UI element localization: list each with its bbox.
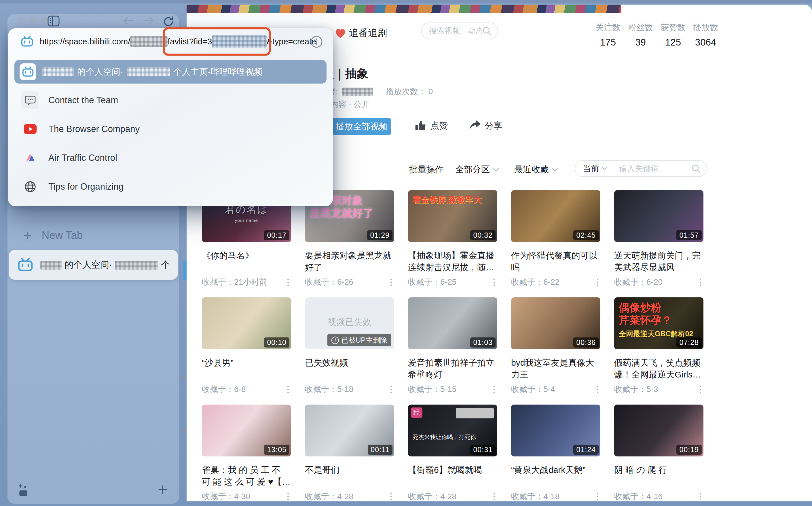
more-menu-icon[interactable] xyxy=(388,492,394,501)
video-card[interactable]: 偶像炒粉芹菜怀孕？全网最逆天GBC解析02 07:28 假药满天飞，笑点频频爆！… xyxy=(614,298,703,393)
keyword-search-group: 当前 xyxy=(575,160,707,177)
video-title[interactable]: “沙县男” xyxy=(202,357,291,381)
more-menu-icon[interactable] xyxy=(285,385,291,394)
video-title[interactable]: 【抽象现场】霍金直播连续射击汉尼拔，随后直播间被封 xyxy=(408,250,497,274)
like-button[interactable]: 点赞 xyxy=(414,119,448,132)
video-thumbnail[interactable]: 视频已失效 i 已被UP主删除 xyxy=(305,298,394,349)
video-title[interactable]: “黄泉大战dark天鹅” xyxy=(511,464,600,488)
share-button[interactable]: 分享 xyxy=(469,119,502,132)
heart-icon xyxy=(334,28,346,38)
video-thumbnail[interactable]: 偶像炒粉芹菜怀孕？全网最逆天GBC解析02 07:28 xyxy=(614,298,703,349)
video-title[interactable]: 爱音拍素世拍祥子拍立希壁咚灯 xyxy=(408,357,497,381)
more-menu-icon[interactable] xyxy=(594,277,600,287)
video-duration-badge: 00:11 xyxy=(368,445,393,455)
search-icon[interactable] xyxy=(482,26,492,36)
video-title[interactable]: 雀巢：我 的 员 工 不 可 能 这 么 可 爱 ♥【二次元爆改 xyxy=(202,464,291,488)
video-thumbnail[interactable]: 01:03 xyxy=(408,298,497,349)
more-menu-icon[interactable] xyxy=(491,277,497,287)
search-icon[interactable] xyxy=(691,164,701,173)
stat-following[interactable]: 关注数 175 xyxy=(596,22,620,48)
sidebar-toggle-icon[interactable] xyxy=(47,15,60,26)
video-card[interactable]: 00:10 “沙县男” 收藏于：6-8 xyxy=(202,298,291,393)
suggestion-contact-team[interactable]: Contact the Team xyxy=(8,86,333,115)
saved-date: 收藏于：5-15 xyxy=(408,384,456,395)
new-tab-button[interactable]: + New Tab xyxy=(23,229,83,242)
video-thumbnail[interactable]: 01:57 xyxy=(614,190,703,242)
more-menu-icon[interactable] xyxy=(697,492,703,501)
video-title[interactable]: 不是哥们 xyxy=(305,464,394,488)
info-icon[interactable] xyxy=(310,35,323,49)
video-thumbnail[interactable]: 00:11 xyxy=(305,405,394,456)
video-thumbnail[interactable]: 霍金铁脖,致敬牢大 00:32 xyxy=(408,190,497,242)
stat-followers[interactable]: 粉丝数 39 xyxy=(628,22,653,48)
video-title[interactable]: 阴 暗 の 爬 行 xyxy=(614,464,703,488)
suggestion-air-traffic-control[interactable]: Air Traffic Control xyxy=(8,144,333,172)
nav-bangumi[interactable]: 追番追剧 xyxy=(334,26,387,39)
suggestion-browser-company[interactable]: The Browser Company xyxy=(8,115,333,144)
video-thumbnail[interactable]: 02:45 xyxy=(511,190,600,242)
keyword-input[interactable] xyxy=(613,164,691,173)
more-menu-icon[interactable] xyxy=(594,492,600,501)
video-title[interactable]: byd我这室友是真像大力王 xyxy=(511,357,600,381)
more-menu-icon[interactable] xyxy=(285,277,291,287)
active-tab[interactable]: 的个人空间·个人… xyxy=(9,250,178,280)
more-menu-icon[interactable] xyxy=(388,277,394,287)
video-thumbnail[interactable]: 经死杰米我让你喝，打死你 00:31 xyxy=(408,405,497,456)
window-close-button[interactable] xyxy=(18,17,26,24)
video-card[interactable]: 02:45 作为怪猎代餐真的可以吗 收藏于：6-22 xyxy=(511,190,600,285)
suggestion-selected[interactable]: 的个人空间·个人主页-哔哩哔哩视频 xyxy=(14,60,326,84)
library-icon[interactable] xyxy=(16,484,30,498)
video-thumbnail[interactable]: 00:36 xyxy=(511,298,600,349)
more-menu-icon[interactable] xyxy=(697,385,703,394)
video-thumbnail[interactable]: 00:19 xyxy=(614,405,703,456)
video-title[interactable]: 假药满天飞，笑点频频爆！全网最逆天Girls Band Cry解析 xyxy=(614,357,703,381)
video-title[interactable]: 《你的马名》 xyxy=(202,250,291,274)
video-card[interactable]: 01:03 爱音拍素世拍祥子拍立希壁咚灯 收藏于：5-15 xyxy=(408,298,497,393)
search-scope-dropdown[interactable]: 当前 xyxy=(575,163,613,174)
browser-company-icon xyxy=(21,120,39,138)
video-thumbnail[interactable]: 00:10 xyxy=(202,298,291,349)
url-text[interactable]: https://space.bilibili.com/favlist?fid=3… xyxy=(40,35,316,48)
suggestion-tips-organizing[interactable]: Tips for Organizing xyxy=(8,172,333,201)
saved-date: 收藏于：5-3 xyxy=(614,384,658,395)
video-card[interactable]: 霍金铁脖,致敬牢大 00:32 【抽象现场】霍金直播连续射击汉尼拔，随后直播间被… xyxy=(408,190,497,285)
window-minimize-button[interactable] xyxy=(29,17,36,24)
video-card[interactable]: 00:11 不是哥们 收藏于：4-28 xyxy=(305,405,394,500)
video-card[interactable]: 01:24 “黄泉大战dark天鹅” 收藏于：4-18 xyxy=(511,405,600,500)
category-dropdown[interactable]: 全部分区 xyxy=(455,164,500,175)
chevron-down-icon xyxy=(601,167,608,171)
video-title[interactable]: 作为怪猎代餐真的可以吗 xyxy=(511,250,600,274)
space-search-box[interactable] xyxy=(421,22,498,39)
video-card[interactable]: 00:19 阴 暗 の 爬 行 收藏于：4-16 xyxy=(614,405,703,500)
video-thumbnail[interactable]: 13:05 xyxy=(202,405,291,456)
space-search-input[interactable] xyxy=(429,26,482,35)
window-zoom-button[interactable] xyxy=(40,17,48,24)
new-item-plus-button[interactable]: + xyxy=(158,480,168,499)
video-card[interactable]: 经死杰米我让你喝，打死你 00:31 【街霸6】就喝就喝 收藏于：4-28 xyxy=(408,405,497,500)
more-menu-icon[interactable] xyxy=(388,385,394,394)
video-title[interactable]: 要是相亲对象是黑龙就好了 xyxy=(305,250,394,274)
video-card[interactable]: 01:57 逆天萌新提前关门，完美武器尽显威风 收藏于：6-20 xyxy=(614,190,703,285)
video-title[interactable]: 【街霸6】就喝就喝 xyxy=(408,464,497,488)
forward-button[interactable] xyxy=(143,16,154,25)
more-menu-icon[interactable] xyxy=(491,492,497,501)
back-button[interactable] xyxy=(123,16,134,25)
video-duration-badge: 07:28 xyxy=(676,337,702,347)
more-menu-icon[interactable] xyxy=(594,385,600,394)
stat-likes[interactable]: 获赞数 125 xyxy=(661,22,686,48)
stat-plays[interactable]: 播放数 3064 xyxy=(693,22,718,48)
video-card[interactable]: 视频已失效 i 已被UP主删除 已失效视频 收藏于：5-18 xyxy=(305,298,394,393)
video-thumbnail[interactable]: 01:24 xyxy=(511,405,600,456)
video-card[interactable]: 00:36 byd我这室友是真像大力王 收藏于：5-4 xyxy=(511,298,600,393)
video-card[interactable]: 13:05 雀巢：我 的 员 工 不 可 能 这 么 可 爱 ♥【二次元爆改 收… xyxy=(202,405,291,500)
video-title[interactable]: 逆天萌新提前关门，完美武器尽显威风 xyxy=(614,250,703,274)
refresh-button[interactable] xyxy=(163,16,174,27)
play-all-button[interactable]: 播放全部视频 xyxy=(332,118,391,135)
sort-dropdown[interactable]: 最近收藏 xyxy=(514,164,559,175)
url-bar[interactable]: https://space.bilibili.com/favlist?fid=3… xyxy=(8,28,333,55)
more-menu-icon[interactable] xyxy=(285,492,291,501)
more-menu-icon[interactable] xyxy=(491,385,497,394)
more-menu-icon[interactable] xyxy=(697,277,703,287)
batch-operate-button[interactable]: 批量操作 xyxy=(409,164,444,175)
video-title[interactable]: 已失效视频 xyxy=(305,357,394,381)
